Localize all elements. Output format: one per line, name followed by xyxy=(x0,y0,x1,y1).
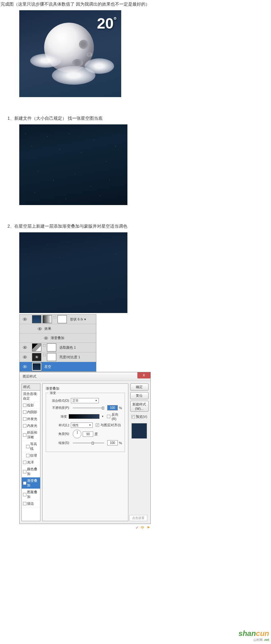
options-panel: 渐变叠加 渐变 混合模式(O): 正常▼ 不透明度(P): 100 % 渐变: … xyxy=(42,383,128,521)
layer-row-select-color[interactable]: ⬚ 选取颜色 1 xyxy=(20,343,96,352)
final-image-wrap: 20° xyxy=(19,10,270,97)
checkbox-checked[interactable] xyxy=(23,481,26,485)
checkbox[interactable] xyxy=(26,454,30,457)
checkbox[interactable] xyxy=(23,417,26,421)
svg-point-9 xyxy=(24,356,25,358)
scale-slider[interactable] xyxy=(73,441,104,445)
step1-image-wrap xyxy=(19,124,270,205)
step2-text: 2、在星空层上新建一层添加渐变叠加与蒙版并对星空适当调色 xyxy=(7,224,270,229)
effects-label: 效果 xyxy=(44,326,51,331)
gradient-preview[interactable] xyxy=(69,414,99,419)
link-icon: ⬚ xyxy=(53,315,56,323)
layer-effects-row[interactable]: 效果 xyxy=(20,324,96,333)
svg-point-3 xyxy=(39,328,40,329)
final-image: 20° xyxy=(19,10,121,97)
section-title: 渐变叠加 xyxy=(46,386,125,391)
svg-point-7 xyxy=(24,347,25,348)
share-bar: ✓ 申 ⚑ xyxy=(19,525,151,530)
crater-icon xyxy=(79,40,88,49)
reset-button[interactable]: 复位 xyxy=(130,392,149,399)
svg-point-11 xyxy=(24,366,25,367)
style-bevel[interactable]: 斜面和浮雕 xyxy=(22,429,40,441)
new-style-button[interactable]: 新建样式(W)... xyxy=(130,401,149,412)
checkbox[interactable] xyxy=(23,461,26,464)
temperature-text: 20° xyxy=(97,15,117,32)
visibility-icon[interactable] xyxy=(43,335,49,341)
angle-label: 角度(N): xyxy=(48,432,70,436)
align-label: 与图层对齐(I) xyxy=(100,423,121,427)
checkbox[interactable] xyxy=(23,433,26,437)
checkbox[interactable] xyxy=(23,493,26,496)
chevron-down-icon[interactable]: ▼ xyxy=(101,415,104,418)
checkbox[interactable] xyxy=(23,470,26,473)
share-icon[interactable]: ✓ xyxy=(135,525,140,530)
dialog-title-bar[interactable]: 图层样式 x xyxy=(20,372,150,381)
fieldset-legend: 渐变 xyxy=(48,391,57,395)
style-gradient-overlay[interactable]: 渐变叠加 xyxy=(22,477,40,489)
reverse-checkbox[interactable] xyxy=(107,415,110,418)
layer-row-shape[interactable]: ⬚ 形状 6 fx▾ xyxy=(20,315,96,324)
style-drop-shadow[interactable]: 投影 xyxy=(22,402,40,409)
adjustment-thumb xyxy=(32,343,41,351)
mask-thumb xyxy=(47,353,56,361)
hint-text: 点击设置 xyxy=(129,515,147,521)
styles-header[interactable]: 样式 xyxy=(22,384,40,391)
style-color-overlay[interactable]: 颜色叠加 xyxy=(22,466,40,477)
preview-swatch xyxy=(131,423,147,439)
style-label: 样式(L): xyxy=(48,423,70,427)
layer-thumb xyxy=(32,315,41,323)
style-inner-shadow[interactable]: 内阴影 xyxy=(22,409,40,416)
layer-row-brightness[interactable]: ☀ ⬚ 亮度/对比度 1 xyxy=(20,352,96,362)
layer-effect-gradient[interactable]: 渐变叠加 xyxy=(20,333,96,343)
scale-input[interactable]: 100 xyxy=(107,440,118,445)
checkbox[interactable] xyxy=(26,445,30,448)
visibility-icon[interactable] xyxy=(22,345,28,350)
visibility-icon[interactable] xyxy=(22,364,28,369)
ok-button[interactable]: 确定 xyxy=(130,383,149,391)
intro-text: 完成图（这里只说步骤不说具体数值了 因为我调出的效果也不一定是最好的） xyxy=(1,2,270,7)
visibility-icon[interactable] xyxy=(37,326,43,332)
checkbox[interactable] xyxy=(23,502,26,505)
chevron-down-icon: ▼ xyxy=(95,399,97,402)
checkbox[interactable] xyxy=(23,404,26,407)
style-outer-glow[interactable]: 外发光 xyxy=(22,416,40,423)
rss-icon[interactable]: ⚑ xyxy=(146,525,151,530)
svg-point-5 xyxy=(45,338,47,339)
scale-label: 缩放(S): xyxy=(48,441,70,445)
style-select[interactable]: 线性▼ xyxy=(71,423,93,428)
crater-icon xyxy=(87,52,92,57)
blend-mode-select[interactable]: 正常▼ xyxy=(71,398,99,403)
close-button[interactable]: x xyxy=(137,372,150,378)
mask-thumb xyxy=(57,315,67,323)
style-inner-glow[interactable]: 内发光 xyxy=(22,423,40,429)
checkbox[interactable] xyxy=(23,410,26,414)
preview-checkbox[interactable] xyxy=(131,415,135,418)
crater-icon xyxy=(72,59,83,67)
align-checkbox[interactable] xyxy=(96,423,99,427)
step2-image-wrap xyxy=(19,232,270,313)
dialog-buttons: 确定 复位 新建样式(W)... 预览(V) xyxy=(130,383,149,521)
svg-point-1 xyxy=(24,319,25,320)
style-texture[interactable]: 纹理 xyxy=(22,452,40,459)
style-pattern-overlay[interactable]: 图案叠加 xyxy=(22,489,40,500)
style-stroke[interactable]: 描边 xyxy=(22,500,40,507)
opacity-slider[interactable] xyxy=(73,406,104,410)
visibility-icon[interactable] xyxy=(22,316,28,322)
cloud-icon xyxy=(30,54,61,68)
link-icon: ⬚ xyxy=(43,343,46,351)
opacity-input[interactable]: 100 xyxy=(107,405,118,410)
blend-options-item[interactable]: 混合选项:自定 xyxy=(22,391,40,402)
visibility-icon[interactable] xyxy=(22,354,28,360)
angle-input[interactable]: 90 xyxy=(83,432,93,437)
layer-row-starry[interactable]: 星空 xyxy=(20,362,96,372)
cloud-icon xyxy=(85,58,114,74)
degree-label: 度 xyxy=(94,432,98,436)
layer-name: 选取颜色 1 xyxy=(59,345,95,350)
share-icon[interactable]: 申 xyxy=(140,525,145,530)
step1-text: 1、新建文件（大小自己规定） 找一张星空图当底 xyxy=(7,116,270,121)
style-satin[interactable]: 光泽 xyxy=(22,459,40,466)
layer-thumb xyxy=(43,315,52,323)
style-contour[interactable]: 等高线 xyxy=(22,441,40,452)
angle-dial[interactable] xyxy=(73,430,81,438)
checkbox[interactable] xyxy=(23,424,26,427)
